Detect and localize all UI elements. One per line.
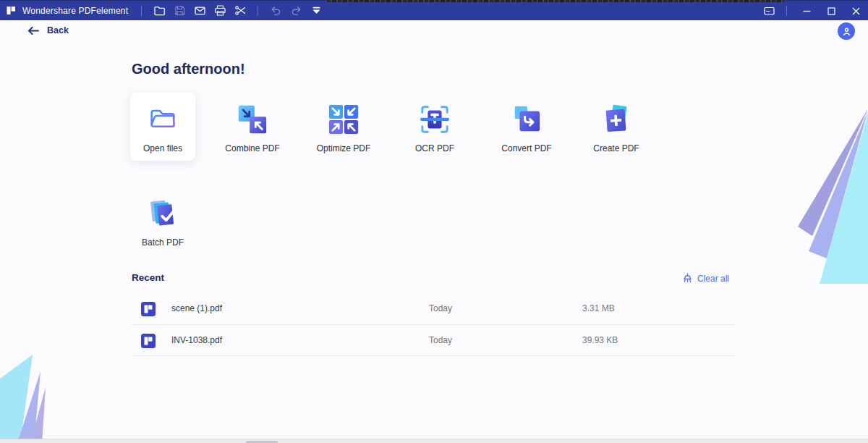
batch-pdf-icon	[146, 198, 179, 229]
redo-icon[interactable]	[286, 2, 306, 20]
convert-pdf-action[interactable]: Convert PDF	[494, 93, 559, 161]
ocr-pdf-action[interactable]: OCR PDF	[402, 93, 467, 161]
file-name: INV-1038.pdf	[171, 335, 222, 345]
open-files-label: Open files	[143, 143, 182, 153]
convert-pdf-icon	[510, 104, 543, 135]
create-pdf-action[interactable]: Create PDF	[584, 93, 649, 161]
print-icon[interactable]	[210, 2, 230, 20]
save-icon[interactable]	[169, 2, 190, 20]
toolbar-separator	[141, 6, 142, 16]
feedback-icon[interactable]	[759, 2, 779, 20]
open-folder-icon[interactable]	[149, 2, 169, 20]
ocr-pdf-label: OCR PDF	[415, 143, 454, 153]
batch-pdf-label: Batch PDF	[142, 237, 184, 248]
file-date: Today	[429, 335, 452, 345]
recent-files-list: scene (1).pdf Today 3.31 MB INV-1038.pdf…	[132, 293, 735, 356]
optimize-pdf-action[interactable]: Optimize PDF	[311, 93, 376, 161]
pdf-file-icon	[141, 302, 156, 319]
clear-all-label: Clear all	[697, 274, 729, 284]
file-size: 3.31 MB	[582, 303, 615, 313]
titlebar: Wondershare PDFelement	[0, 0, 868, 20]
back-button[interactable]: Back	[27, 25, 69, 35]
greeting-heading: Good afternoon!	[132, 61, 245, 77]
titlebar-separator	[786, 6, 787, 16]
app-title: Wondershare PDFelement	[22, 6, 128, 16]
close-button[interactable]	[843, 1, 868, 21]
batch-pdf-action[interactable]: Batch PDF	[130, 187, 195, 255]
broom-icon	[682, 273, 693, 284]
optimize-pdf-label: Optimize PDF	[317, 143, 371, 153]
toolbar-separator	[258, 6, 258, 16]
person-icon	[841, 26, 852, 37]
minimize-button[interactable]	[794, 1, 819, 21]
create-pdf-label: Create PDF	[593, 143, 639, 153]
pdfelement-logo-icon	[6, 5, 17, 16]
combine-pdf-action[interactable]: Combine PDF	[220, 93, 285, 161]
background-window-artifact	[327, 0, 784, 2]
maximize-button[interactable]	[819, 1, 843, 21]
decorative-fan-right	[792, 101, 868, 290]
convert-pdf-label: Convert PDF	[501, 143, 551, 153]
recent-file-row[interactable]: INV-1038.pdf Today 39.93 KB	[132, 325, 735, 357]
decorative-fan-bottom-left	[0, 344, 54, 443]
recent-file-row[interactable]: scene (1).pdf Today 3.31 MB	[132, 293, 735, 325]
back-label: Back	[47, 25, 69, 35]
snip-icon[interactable]	[230, 2, 250, 20]
optimize-pdf-icon	[327, 104, 360, 135]
collapse-toolbar-icon[interactable]	[306, 2, 326, 20]
clear-all-button[interactable]: Clear all	[682, 273, 729, 284]
combine-pdf-label: Combine PDF	[225, 143, 279, 153]
ocr-pdf-icon	[418, 104, 451, 135]
create-pdf-icon	[600, 104, 633, 135]
recent-section-title: Recent	[132, 272, 164, 283]
undo-icon[interactable]	[265, 2, 286, 20]
file-date: Today	[429, 303, 452, 313]
file-name: scene (1).pdf	[171, 303, 222, 313]
pdf-file-icon	[141, 334, 156, 351]
open-files-folder-icon	[146, 104, 179, 135]
back-arrow-icon	[27, 26, 40, 35]
open-files-card[interactable]: Open files	[130, 93, 195, 161]
file-size: 39.93 KB	[582, 335, 618, 345]
email-icon[interactable]	[190, 2, 210, 20]
account-avatar[interactable]	[838, 22, 855, 40]
horizontal-scrollbar-track	[0, 439, 868, 443]
combine-pdf-icon	[236, 104, 269, 135]
pdfelement-window: Wondershare PDFelement	[0, 0, 868, 443]
